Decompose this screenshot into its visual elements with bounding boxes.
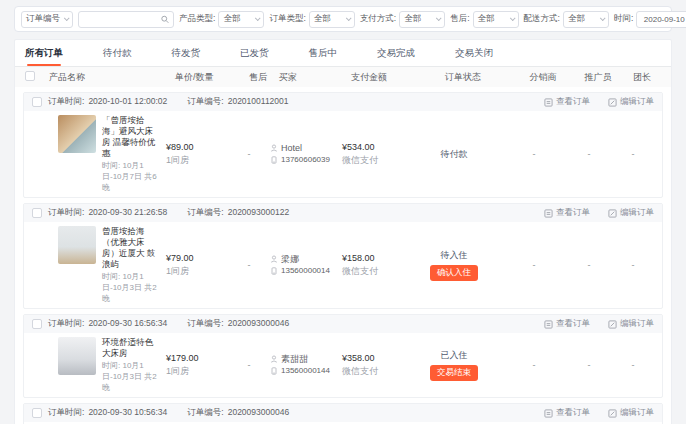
order-checkbox[interactable] (32, 319, 42, 329)
order-no-label: 订单编号: (187, 318, 223, 330)
view-order-button[interactable]: 查看订单 (544, 407, 590, 419)
product-type-select[interactable]: 全部 (218, 11, 264, 28)
chevron-down-icon (346, 15, 352, 21)
view-order-button[interactable]: 查看订单 (544, 207, 590, 219)
edit-order-button[interactable]: 编辑订单 (608, 207, 654, 219)
order-group: 订单时间:2020-09-30 16:56:34 订单编号:2020093000… (23, 314, 663, 398)
aftersale-value: - (228, 260, 270, 270)
aftersale-value: - (228, 360, 270, 370)
order-time: 2020-09-30 21:26:58 (88, 207, 167, 219)
leader-value: - (614, 260, 652, 270)
filter-delivery: 配送方式: 全部 (524, 11, 609, 28)
search-type-select[interactable]: 订单编号 (21, 11, 73, 28)
product-title[interactable]: 「曾厝垵拾海」避风大床房 温馨特价优惠 (102, 115, 160, 159)
select-all-checkbox[interactable] (25, 71, 35, 81)
edit-order-icon (608, 209, 617, 218)
product-time-info: 时间: 10月1日-10月3日 共2晚 (102, 360, 160, 393)
chevron-down-icon (255, 15, 261, 21)
tab-closed[interactable]: 交易关闭 (455, 40, 493, 66)
order-row: 环境舒适特色大床房 时间: 10月1日-10月3日 共2晚 ¥179.00 1间… (24, 333, 662, 397)
order-checkbox[interactable] (32, 408, 42, 418)
order-no-label: 订单编号: (187, 207, 223, 219)
date-from-input[interactable] (636, 11, 686, 28)
pay-amount: ¥534.00 (342, 142, 404, 152)
edit-order-label: 编辑订单 (620, 207, 654, 219)
header-price: 单价/数量 (175, 71, 237, 84)
distributor-value: - (504, 149, 564, 159)
search-icon[interactable] (161, 15, 169, 24)
user-icon (270, 255, 278, 263)
tab-pending-payment[interactable]: 待付款 (103, 40, 132, 66)
header-leader: 团长 (623, 71, 661, 84)
edit-order-icon (608, 409, 617, 418)
product-title[interactable]: 环境舒适特色大床房 (102, 337, 160, 359)
confirm-checkin-button[interactable]: 确认入住 (430, 265, 478, 281)
order-checkbox[interactable] (32, 97, 42, 107)
tab-shipped[interactable]: 已发货 (240, 40, 269, 66)
filter-time-range: 时间: ~ × (614, 11, 686, 28)
buyer-phone: 13560000014 (281, 265, 330, 277)
tab-pending-shipment[interactable]: 待发货 (172, 40, 201, 66)
filter-label: 支付方式: (360, 13, 396, 25)
pay-method: 微信支付 (342, 365, 404, 378)
filter-label: 时间: (614, 13, 633, 25)
filter-label: 订单类型: (269, 13, 305, 25)
order-group: 订单时间:2020-10-01 12:00:02 订单编号:2020100112… (23, 92, 663, 198)
header-distributor: 分销商 (513, 71, 573, 84)
buyer-phone: 13760606039 (281, 154, 330, 166)
aftersale-select[interactable]: 全部 (473, 11, 519, 28)
order-group-header: 订单时间:2020-09-30 21:26:58 订单编号:2020093000… (24, 204, 662, 222)
header-buyer: 买家 (279, 71, 351, 84)
filter-order-type: 订单类型: 全部 (269, 11, 354, 28)
view-order-label: 查看订单 (556, 96, 590, 108)
edit-order-button[interactable]: 编辑订单 (608, 96, 654, 108)
filter-aftersale: 售后: 全部 (450, 11, 518, 28)
product-title[interactable]: 曾厝垵拾海（优雅大床房）近厦大 鼓浪屿 (102, 226, 160, 270)
filter-product-type: 产品类型: 全部 (179, 11, 264, 28)
order-no: 2020100112001 (228, 96, 289, 108)
filter-pay-method: 支付方式: 全部 (360, 11, 445, 28)
edit-order-button[interactable]: 编辑订单 (608, 318, 654, 330)
edit-order-icon (608, 320, 617, 329)
promoter-value: - (564, 149, 614, 159)
pay-method: 微信支付 (342, 154, 404, 167)
view-order-button[interactable]: 查看订单 (544, 318, 590, 330)
order-time: 2020-10-01 12:00:02 (88, 96, 167, 108)
quantity: 1间房 (166, 265, 228, 278)
header-aftersale: 售后 (237, 71, 279, 84)
order-group: 订单时间:2020-09-30 21:26:58 订单编号:2020093000… (23, 203, 663, 309)
product-image (58, 337, 96, 375)
filter-label: 配送方式: (524, 13, 560, 25)
distributor-value: - (504, 260, 564, 270)
order-status: 待付款 (404, 148, 504, 161)
header-status: 订单状态 (413, 71, 513, 84)
header-promoter: 推广员 (573, 71, 623, 84)
chevron-down-icon (64, 15, 70, 21)
order-type-select[interactable]: 全部 (309, 11, 355, 28)
search-input[interactable] (83, 14, 161, 24)
order-group-header: 订单时间:2020-09-30 10:56:34 订单编号:2020093000… (24, 404, 662, 422)
search-type-value: 订单编号 (26, 13, 60, 25)
tab-aftersale[interactable]: 售后中 (309, 40, 338, 66)
promoter-value: - (564, 360, 614, 370)
buyer-name: 梁娜 (281, 253, 299, 265)
order-row: 曾厝垵拾海（优雅大床房）近厦大 鼓浪屿 时间: 10月1日-10月3日 共2晚 … (24, 222, 662, 308)
promoter-value: - (564, 260, 614, 270)
delivery-select[interactable]: 全部 (563, 11, 609, 28)
filter-label: 售后: (450, 13, 469, 25)
user-icon (270, 355, 278, 363)
select-value: 全部 (568, 13, 585, 25)
order-checkbox[interactable] (32, 208, 42, 218)
tab-all-orders[interactable]: 所有订单 (25, 40, 63, 66)
phone-icon (270, 367, 278, 375)
order-tabs: 所有订单 待付款 待发货 已发货 售后中 交易完成 交易关闭 (15, 40, 671, 67)
view-order-button[interactable]: 查看订单 (544, 96, 590, 108)
product-image (58, 115, 96, 153)
select-value: 全部 (404, 13, 421, 25)
edit-order-button[interactable]: 编辑订单 (608, 407, 654, 419)
distributor-value: - (504, 360, 564, 370)
pay-method-select[interactable]: 全部 (399, 11, 445, 28)
leader-value: - (614, 360, 652, 370)
end-transaction-button[interactable]: 交易结束 (430, 365, 478, 381)
tab-completed[interactable]: 交易完成 (377, 40, 415, 66)
